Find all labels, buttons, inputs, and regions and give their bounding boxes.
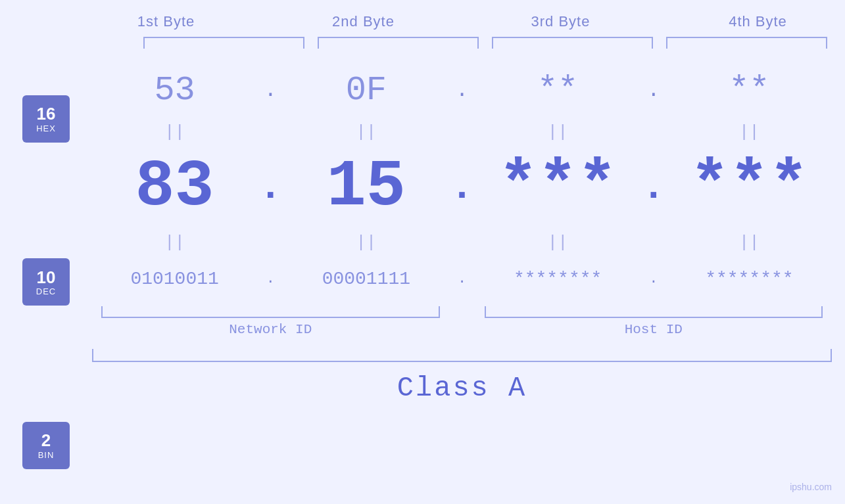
dec-badge-num: 10 [37,268,56,287]
host-bracket [485,306,823,318]
dec-b3: *** [498,154,617,220]
top-brackets [137,37,834,49]
class-label-row: Class A [92,373,832,404]
dec-row: 83 . 15 . *** . *** [92,145,832,230]
top-bracket-2 [318,37,479,49]
hex-badge: 16 HEX [22,95,70,143]
dec-b3-cell: *** [475,154,640,220]
bin-b2: 00001111 [322,269,410,289]
top-bracket-4 [666,37,827,49]
eq1-c1: || [92,122,257,142]
network-id-label: Network ID [92,322,449,337]
network-bracket [101,306,440,318]
dec-b1-cell: 83 [92,154,257,220]
dec-b1: 83 [135,154,214,220]
bin-dot1: . [257,271,283,287]
dec-dot1: . [257,165,283,210]
eq2-c3: || [475,233,640,252]
bin-b2-cell: 00001111 [283,269,448,289]
equals-row-1: || || || || [92,120,832,145]
dec-b4-cell: *** [667,154,832,220]
top-bracket-3 [492,37,653,49]
id-labels-row: Network ID Host ID [92,322,832,337]
hex-b4-cell: ** [667,71,832,110]
eq2-c1: || [92,233,257,252]
headers-row: 1st Byte 2nd Byte 3rd Byte 4th Byte [68,13,846,30]
attribution: ipshu.com [790,482,832,492]
bin-badge: 2 BIN [22,422,70,469]
eq1-c3: || [475,122,640,142]
hex-b3-cell: ** [475,71,640,110]
dec-b2: 15 [327,154,406,220]
hex-b3: ** [537,71,578,110]
bin-b4: ******** [705,269,793,289]
eq2-c2: || [283,233,448,252]
top-bracket-1 [143,37,304,49]
header-byte3: 3rd Byte [462,13,660,30]
dec-b2-cell: 15 [283,154,448,220]
bin-row: 01010011 . 00001111 . ******** . *******… [92,255,832,302]
hex-b2: 0F [346,71,387,110]
hex-dot2: . [449,78,475,103]
bin-badge-label: BIN [38,450,55,460]
dec-badge: 10 DEC [22,258,70,306]
header-byte4: 4th Byte [660,13,846,30]
hex-b1: 53 [154,71,195,110]
eq1-c2: || [283,122,448,142]
dec-badge-label: DEC [36,286,56,296]
bin-b1-cell: 01010011 [92,269,257,289]
full-bracket [92,349,832,362]
hex-dot1: . [257,78,283,103]
dec-b4: *** [690,154,808,220]
bin-b4-cell: ******** [667,269,832,289]
bin-dot3: . [640,271,667,287]
bottom-brackets-row [92,306,832,318]
hex-b1-cell: 53 [92,71,257,110]
host-id-label: Host ID [475,322,833,337]
hex-badge-num: 16 [37,104,56,124]
badges-column: 16 HEX 10 DEC 2 BIN [0,54,92,491]
header-byte2: 2nd Byte [265,13,462,30]
hex-badge-label: HEX [36,124,56,133]
bin-b1: 01010011 [130,269,218,289]
dec-dot3: . [640,165,667,210]
bin-dot2: . [449,271,475,287]
bin-b3-cell: ******** [475,269,640,289]
hex-dot3: . [640,78,667,103]
equals-row-2: || || || || [92,230,832,255]
eq1-c4: || [667,122,832,142]
hex-b2-cell: 0F [283,71,448,110]
eq2-c4: || [667,233,832,252]
main-container: 1st Byte 2nd Byte 3rd Byte 4th Byte 16 H… [0,0,845,504]
bin-b3: ******** [514,269,602,289]
hex-b4: ** [729,71,769,110]
header-byte1: 1st Byte [68,13,265,30]
dec-dot2: . [449,165,475,210]
bin-badge-num: 2 [41,431,51,450]
hex-row: 53 . 0F . ** . ** [92,60,832,120]
class-label: Class A [397,373,527,404]
